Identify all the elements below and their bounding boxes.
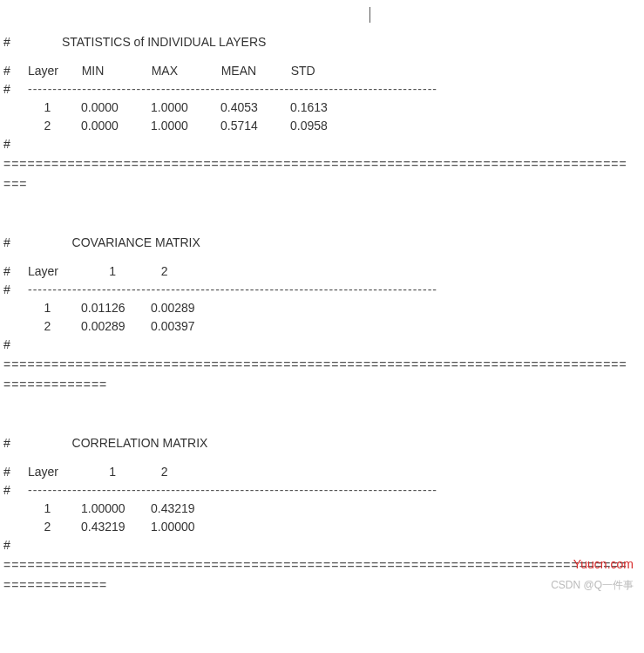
- cell-c1: 0.01126: [81, 299, 151, 317]
- section-cov-title: # COVARIANCE MATRIX: [3, 234, 641, 252]
- col-min: MIN: [82, 62, 152, 80]
- col-layer: Layer: [28, 463, 71, 481]
- cell-max: 1.0000: [151, 99, 220, 117]
- cov-header-row: #Layer 1 2: [3, 262, 641, 281]
- hash-line: #: [3, 536, 641, 554]
- credit: CSDN @Q一件事: [551, 577, 634, 593]
- hash-mark: #: [3, 262, 28, 281]
- hash-mark: #: [3, 234, 28, 252]
- stats-row: 2 0.00001.00000.57140.0958: [3, 117, 641, 135]
- cell-c2: 0.00289: [151, 299, 220, 317]
- cov-row: 2 0.002890.00397: [3, 317, 641, 336]
- cov-header-rule: #---------------------------------------…: [3, 281, 641, 299]
- col-layer: Layer: [28, 262, 71, 281]
- stats-header-rule: #---------------------------------------…: [3, 80, 641, 99]
- stats-title-text: STATISTICS of INDIVIDUAL LAYERS: [62, 35, 266, 49]
- dash-rule: ----------------------------------------…: [28, 483, 437, 497]
- hash-mark: #: [3, 80, 28, 99]
- corr-row: 1 1.000000.43219: [3, 500, 641, 518]
- section-divider-cont: ===: [3, 175, 641, 194]
- cell-c2: 0.43219: [151, 500, 220, 518]
- cell-c2: 0.00397: [151, 317, 220, 336]
- col-mean: MEAN: [221, 62, 291, 80]
- cell-layer: 1: [24, 299, 71, 317]
- stats-row: 1 0.00001.00000.40530.1613: [3, 99, 641, 117]
- cell-layer: 1: [24, 500, 71, 518]
- cell-std: 0.0958: [290, 117, 360, 135]
- hash-mark: #: [3, 281, 28, 299]
- col-1: 1: [95, 463, 130, 481]
- section-stats-title: # STATISTICS of INDIVIDUAL LAYERS: [3, 33, 641, 51]
- col-2: 2: [147, 262, 182, 281]
- cell-layer: 2: [24, 117, 71, 135]
- section-divider-cont: =============: [3, 376, 641, 394]
- section-divider: ========================================…: [3, 556, 641, 575]
- dash-rule: ----------------------------------------…: [28, 282, 437, 296]
- hash-mark: #: [3, 62, 28, 80]
- cell-c1: 0.00289: [81, 317, 151, 336]
- cell-mean: 0.5714: [220, 117, 290, 135]
- corr-title-text: CORRELATION MATRIX: [72, 436, 208, 450]
- cell-c1: 0.43219: [81, 518, 151, 536]
- section-divider-cont: =============: [3, 576, 641, 595]
- hash-line: #: [3, 336, 641, 354]
- col-layer: Layer: [28, 62, 71, 80]
- cov-title-text: COVARIANCE MATRIX: [72, 235, 200, 249]
- cell-layer: 2: [24, 317, 71, 336]
- col-1: 1: [95, 262, 130, 281]
- watermark: Yuucn.com: [573, 555, 634, 574]
- hash-mark: #: [3, 434, 28, 452]
- hash-mark: #: [3, 336, 28, 354]
- col-std: STD: [291, 62, 361, 80]
- hash-mark: #: [3, 536, 28, 554]
- cell-c1: 1.00000: [81, 500, 151, 518]
- corr-header-row: #Layer 1 2: [3, 463, 641, 481]
- section-divider: ========================================…: [3, 155, 641, 173]
- hash-mark: #: [3, 33, 28, 51]
- cell-c2: 1.00000: [151, 518, 220, 536]
- dash-rule: ----------------------------------------…: [28, 82, 437, 96]
- corr-header-rule: #---------------------------------------…: [3, 481, 641, 500]
- hash-mark: #: [3, 463, 28, 481]
- hash-mark: #: [3, 481, 28, 500]
- col-2: 2: [147, 463, 182, 481]
- col-max: MAX: [152, 62, 221, 80]
- corr-row: 2 0.432191.00000: [3, 518, 641, 536]
- cell-std: 0.1613: [290, 99, 360, 117]
- section-divider: ========================================…: [3, 356, 641, 374]
- stats-header-row: #Layer MINMAXMEANSTD: [3, 62, 641, 80]
- cell-mean: 0.4053: [220, 99, 290, 117]
- cell-max: 1.0000: [151, 117, 220, 135]
- hash-mark: #: [3, 135, 28, 153]
- hash-line: #: [3, 135, 641, 153]
- cell-min: 0.0000: [81, 117, 151, 135]
- cov-row: 1 0.011260.00289: [3, 299, 641, 317]
- cell-min: 0.0000: [81, 99, 151, 117]
- cell-layer: 1: [24, 99, 71, 117]
- text-cursor: [369, 7, 370, 23]
- cell-layer: 2: [24, 518, 71, 536]
- section-corr-title: # CORRELATION MATRIX: [3, 434, 641, 452]
